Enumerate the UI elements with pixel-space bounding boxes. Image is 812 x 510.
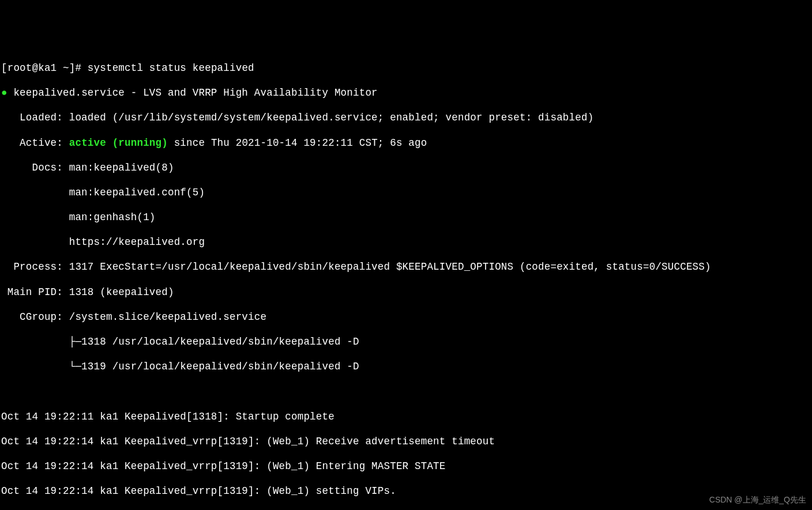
prompt-user: root — [7, 62, 32, 74]
active-value: active (running) — [69, 137, 168, 149]
process-line: Process: 1317 ExecStart=/usr/local/keepa… — [1, 261, 811, 274]
unit-line: ● keepalived.service - LVS and VRRP High… — [1, 87, 811, 100]
log-line: Oct 14 19:22:14 ka1 Keepalived_vrrp[1319… — [1, 436, 811, 448]
loaded-line: Loaded: loaded (/usr/lib/systemd/system/… — [1, 112, 811, 124]
terminal-output[interactable]: [root@ka1 ~]# systemctl status keepalive… — [0, 50, 812, 510]
log-line: Oct 14 19:22:11 ka1 Keepalived[1318]: St… — [1, 411, 811, 424]
cgroup-line: CGroup: /system.slice/keepalived.service — [1, 311, 811, 324]
prompt-command: systemctl status keepalived — [88, 62, 254, 74]
docs-line: man:keepalived.conf(5) — [1, 187, 811, 199]
prompt-prefix: [ — [1, 62, 7, 74]
docs-line: man:genhash(1) — [1, 211, 811, 224]
status-bullet-icon: ● — [1, 87, 7, 99]
prompt-path: ~ — [63, 62, 69, 74]
cgroup-child-line: ├─1318 /usr/local/keepalived/sbin/keepal… — [1, 336, 811, 349]
unit-name: keepalived.service - LVS and VRRP High A… — [13, 87, 377, 99]
cgroup-child-line: └─1319 /usr/local/keepalived/sbin/keepal… — [1, 361, 811, 373]
docs-line: Docs: man:keepalived(8) — [1, 162, 811, 175]
blank-line — [1, 386, 811, 398]
docs-line: https://keepalived.org — [1, 236, 811, 249]
log-line: Oct 14 19:22:14 ka1 Keepalived_vrrp[1319… — [1, 485, 811, 498]
prompt-host: ka1 — [38, 62, 57, 74]
active-label: Active: — [1, 137, 69, 149]
log-line: Oct 14 19:22:14 ka1 Keepalived_vrrp[1319… — [1, 460, 811, 473]
mainpid-line: Main PID: 1318 (keepalived) — [1, 286, 811, 299]
watermark-text: CSDN @上海_运维_Q先生 — [709, 494, 806, 507]
active-line: Active: active (running) since Thu 2021-… — [1, 137, 811, 150]
active-since: since Thu 2021-10-14 19:22:11 CST; 6s ag… — [168, 137, 427, 149]
prompt-line-1: [root@ka1 ~]# systemctl status keepalive… — [1, 62, 811, 75]
